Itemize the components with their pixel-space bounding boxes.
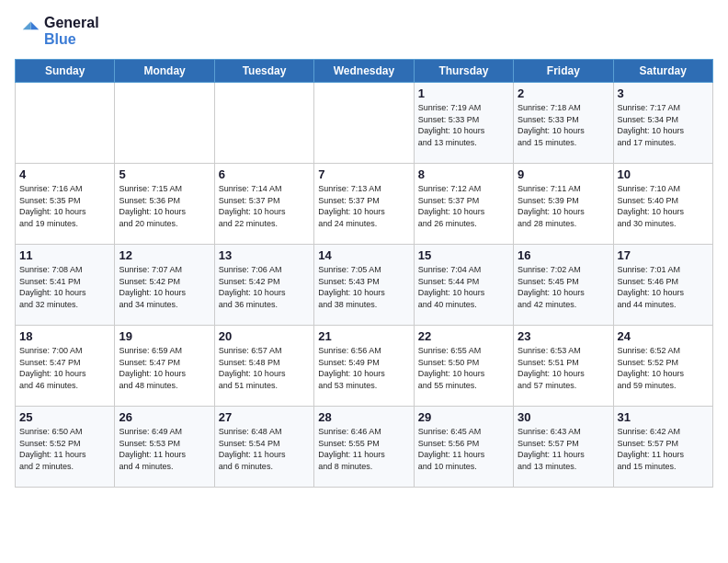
calendar-day-cell: 8Sunrise: 7:12 AM Sunset: 5:37 PM Daylig… <box>414 164 513 245</box>
calendar-day-cell: 7Sunrise: 7:13 AM Sunset: 5:37 PM Daylig… <box>314 164 414 245</box>
day-number: 11 <box>19 248 110 262</box>
day-number: 13 <box>219 248 310 262</box>
day-number: 30 <box>518 410 609 424</box>
calendar-day-cell: 2Sunrise: 7:18 AM Sunset: 5:33 PM Daylig… <box>514 83 613 164</box>
day-info: Sunrise: 7:19 AM Sunset: 5:33 PM Dayligh… <box>418 102 509 148</box>
calendar-day-cell: 16Sunrise: 7:02 AM Sunset: 5:45 PM Dayli… <box>514 245 613 326</box>
day-info: Sunrise: 6:52 AM Sunset: 5:52 PM Dayligh… <box>618 345 709 391</box>
calendar-day-cell: 3Sunrise: 7:17 AM Sunset: 5:34 PM Daylig… <box>613 83 712 164</box>
day-number: 15 <box>418 248 509 262</box>
calendar-day-cell: 25Sunrise: 6:50 AM Sunset: 5:52 PM Dayli… <box>16 407 115 488</box>
day-info: Sunrise: 6:49 AM Sunset: 5:53 PM Dayligh… <box>119 426 210 472</box>
day-info: Sunrise: 6:48 AM Sunset: 5:54 PM Dayligh… <box>219 426 310 472</box>
calendar-day-cell <box>314 83 414 164</box>
calendar-day-cell: 24Sunrise: 6:52 AM Sunset: 5:52 PM Dayli… <box>613 326 712 407</box>
day-number: 27 <box>219 410 310 424</box>
calendar-day-cell: 30Sunrise: 6:43 AM Sunset: 5:57 PM Dayli… <box>514 407 613 488</box>
day-number: 21 <box>318 329 409 343</box>
day-of-week-header: Friday <box>514 60 613 83</box>
svg-marker-0 <box>31 22 40 30</box>
day-info: Sunrise: 6:56 AM Sunset: 5:49 PM Dayligh… <box>318 345 409 391</box>
day-info: Sunrise: 7:04 AM Sunset: 5:44 PM Dayligh… <box>418 264 509 310</box>
day-number: 19 <box>119 329 210 343</box>
calendar-day-cell: 15Sunrise: 7:04 AM Sunset: 5:44 PM Dayli… <box>414 245 513 326</box>
day-info: Sunrise: 6:57 AM Sunset: 5:48 PM Dayligh… <box>219 345 310 391</box>
calendar-day-cell: 28Sunrise: 6:46 AM Sunset: 5:55 PM Dayli… <box>314 407 414 488</box>
day-of-week-header: Monday <box>115 60 214 83</box>
calendar-day-cell: 6Sunrise: 7:14 AM Sunset: 5:37 PM Daylig… <box>214 164 313 245</box>
day-info: Sunrise: 7:02 AM Sunset: 5:45 PM Dayligh… <box>518 264 609 310</box>
day-info: Sunrise: 7:05 AM Sunset: 5:43 PM Dayligh… <box>318 264 409 310</box>
day-number: 3 <box>618 86 709 100</box>
day-of-week-header: Thursday <box>414 60 513 83</box>
day-info: Sunrise: 7:06 AM Sunset: 5:42 PM Dayligh… <box>219 264 310 310</box>
day-info: Sunrise: 6:53 AM Sunset: 5:51 PM Dayligh… <box>518 345 609 391</box>
day-info: Sunrise: 7:08 AM Sunset: 5:41 PM Dayligh… <box>19 264 110 310</box>
day-number: 20 <box>219 329 310 343</box>
calendar-day-cell: 14Sunrise: 7:05 AM Sunset: 5:43 PM Dayli… <box>314 245 414 326</box>
calendar-day-cell: 18Sunrise: 7:00 AM Sunset: 5:47 PM Dayli… <box>16 326 115 407</box>
day-number: 14 <box>318 248 409 262</box>
day-number: 28 <box>318 410 409 424</box>
calendar-day-cell: 29Sunrise: 6:45 AM Sunset: 5:56 PM Dayli… <box>414 407 513 488</box>
calendar-day-cell: 20Sunrise: 6:57 AM Sunset: 5:48 PM Dayli… <box>214 326 313 407</box>
day-info: Sunrise: 7:10 AM Sunset: 5:40 PM Dayligh… <box>618 183 709 229</box>
calendar-week-row: 18Sunrise: 7:00 AM Sunset: 5:47 PM Dayli… <box>16 326 713 407</box>
calendar-header: SundayMondayTuesdayWednesdayThursdayFrid… <box>16 60 713 83</box>
day-number: 25 <box>19 410 110 424</box>
day-number: 9 <box>518 167 609 181</box>
day-number: 16 <box>518 248 609 262</box>
calendar-day-cell: 22Sunrise: 6:55 AM Sunset: 5:50 PM Dayli… <box>414 326 513 407</box>
calendar-day-cell: 27Sunrise: 6:48 AM Sunset: 5:54 PM Dayli… <box>214 407 313 488</box>
day-number: 2 <box>518 86 609 100</box>
day-info: Sunrise: 6:50 AM Sunset: 5:52 PM Dayligh… <box>19 426 110 472</box>
day-number: 31 <box>618 410 709 424</box>
day-number: 18 <box>19 329 110 343</box>
calendar-table: SundayMondayTuesdayWednesdayThursdayFrid… <box>15 59 713 488</box>
day-of-week-header: Tuesday <box>214 60 313 83</box>
day-number: 7 <box>318 167 409 181</box>
day-info: Sunrise: 7:13 AM Sunset: 5:37 PM Dayligh… <box>318 183 409 229</box>
day-number: 22 <box>418 329 509 343</box>
calendar-day-cell: 13Sunrise: 7:06 AM Sunset: 5:42 PM Dayli… <box>214 245 313 326</box>
calendar-week-row: 1Sunrise: 7:19 AM Sunset: 5:33 PM Daylig… <box>16 83 713 164</box>
calendar-day-cell: 5Sunrise: 7:15 AM Sunset: 5:36 PM Daylig… <box>115 164 214 245</box>
day-info: Sunrise: 6:42 AM Sunset: 5:57 PM Dayligh… <box>618 426 709 472</box>
day-info: Sunrise: 7:18 AM Sunset: 5:33 PM Dayligh… <box>518 102 609 148</box>
day-info: Sunrise: 7:14 AM Sunset: 5:37 PM Dayligh… <box>219 183 310 229</box>
day-number: 29 <box>418 410 509 424</box>
calendar-day-cell <box>16 83 115 164</box>
day-number: 6 <box>219 167 310 181</box>
calendar-day-cell: 4Sunrise: 7:16 AM Sunset: 5:35 PM Daylig… <box>16 164 115 245</box>
calendar-body: 1Sunrise: 7:19 AM Sunset: 5:33 PM Daylig… <box>16 83 713 488</box>
day-number: 12 <box>119 248 210 262</box>
days-of-week-row: SundayMondayTuesdayWednesdayThursdayFrid… <box>16 60 713 83</box>
day-info: Sunrise: 7:01 AM Sunset: 5:46 PM Dayligh… <box>618 264 709 310</box>
day-of-week-header: Wednesday <box>314 60 414 83</box>
calendar-day-cell: 19Sunrise: 6:59 AM Sunset: 5:47 PM Dayli… <box>115 326 214 407</box>
day-info: Sunrise: 7:11 AM Sunset: 5:39 PM Dayligh… <box>518 183 609 229</box>
day-number: 4 <box>19 167 110 181</box>
calendar-day-cell <box>115 83 214 164</box>
day-info: Sunrise: 7:16 AM Sunset: 5:35 PM Dayligh… <box>19 183 110 229</box>
calendar-day-cell: 12Sunrise: 7:07 AM Sunset: 5:42 PM Dayli… <box>115 245 214 326</box>
calendar-day-cell: 10Sunrise: 7:10 AM Sunset: 5:40 PM Dayli… <box>613 164 712 245</box>
day-info: Sunrise: 6:55 AM Sunset: 5:50 PM Dayligh… <box>418 345 509 391</box>
logo: General Blue <box>15 15 99 48</box>
day-number: 10 <box>618 167 709 181</box>
page-header: General Blue <box>15 15 713 48</box>
calendar-day-cell <box>214 83 313 164</box>
day-info: Sunrise: 7:00 AM Sunset: 5:47 PM Dayligh… <box>19 345 110 391</box>
day-number: 26 <box>119 410 210 424</box>
logo-text: General Blue <box>44 15 99 48</box>
svg-marker-1 <box>23 22 31 30</box>
day-number: 5 <box>119 167 210 181</box>
day-number: 8 <box>418 167 509 181</box>
day-info: Sunrise: 6:59 AM Sunset: 5:47 PM Dayligh… <box>119 345 210 391</box>
day-info: Sunrise: 6:46 AM Sunset: 5:55 PM Dayligh… <box>318 426 409 472</box>
calendar-day-cell: 31Sunrise: 6:42 AM Sunset: 5:57 PM Dayli… <box>613 407 712 488</box>
calendar-day-cell: 21Sunrise: 6:56 AM Sunset: 5:49 PM Dayli… <box>314 326 414 407</box>
day-info: Sunrise: 7:07 AM Sunset: 5:42 PM Dayligh… <box>119 264 210 310</box>
day-of-week-header: Saturday <box>613 60 712 83</box>
calendar-day-cell: 9Sunrise: 7:11 AM Sunset: 5:39 PM Daylig… <box>514 164 613 245</box>
